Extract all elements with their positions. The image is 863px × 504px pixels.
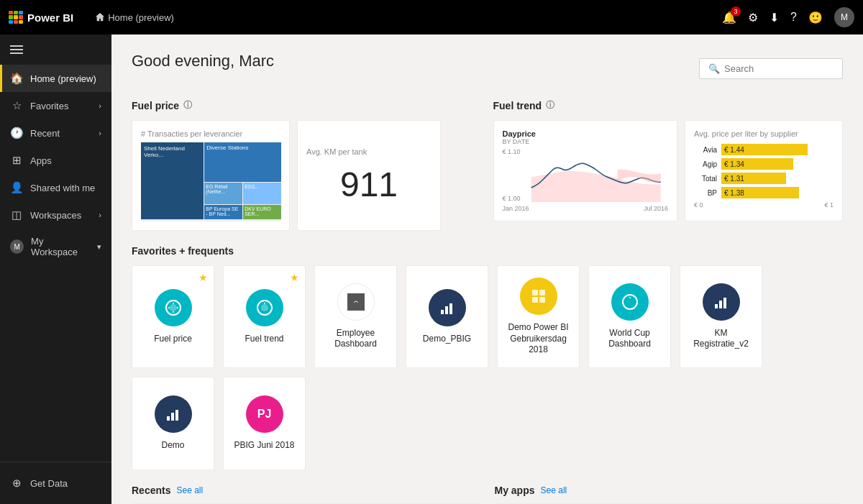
chart-label: # Transacties per leverancier [141, 129, 280, 138]
svg-rect-7 [532, 290, 538, 295]
line-chart-svg [524, 148, 668, 202]
apps-icon: ⊞ [10, 154, 23, 167]
fav-icon [246, 289, 283, 326]
get-data-icon: ⊕ [10, 477, 23, 490]
sidebar-item-apps[interactable]: ⊞ Apps [0, 147, 111, 174]
fav-label: Demo Power BI Gebruikersdag 2018 [506, 322, 570, 356]
feedback-button[interactable]: 🙂 [808, 11, 823, 24]
fav-icon [155, 395, 192, 433]
hbar-chart: Avia € 1.44 Agip € 1.34 Total € 1.31 [694, 144, 834, 198]
fav-label: Employee Dashboard [324, 328, 388, 350]
chevron-right-icon: › [99, 129, 101, 137]
fav-label: Fuel price [154, 334, 192, 345]
sidebar-item-myworkspace[interactable]: M My Workspace ▾ [0, 229, 111, 265]
fav-label: Fuel trend [245, 334, 283, 345]
recents-see-all[interactable]: See all [176, 485, 203, 495]
home-breadcrumb[interactable]: Home (preview) [95, 12, 174, 23]
svg-rect-16 [171, 413, 174, 421]
fav-label: World Cup Dashboard [598, 328, 662, 350]
workspace-icon: ◫ [10, 209, 23, 221]
clock-icon: 🕐 [10, 127, 23, 139]
chevron-right-icon: › [99, 211, 101, 219]
bar-chart-card: Avg. price per liter by supplier Avia € … [685, 120, 843, 221]
topbar: Power BI Home (preview) 🔔 3 ⚙ ⬇ ? 🙂 M [0, 0, 863, 35]
treemap-cell-3: EG Retail (Nethe... ESS... [204, 183, 281, 204]
person-icon: M [10, 239, 24, 254]
fav-card-demo[interactable]: Demo [132, 377, 214, 470]
fuel-price-title: Fuel price ⓘ [132, 99, 482, 111]
star-icon: ★ [198, 272, 208, 283]
search-input[interactable] [724, 63, 834, 74]
avatar[interactable]: M [834, 7, 854, 27]
download-button[interactable]: ⬇ [770, 11, 779, 24]
fuel-trend-section: Fuel trend ⓘ Dayprice BY DATE € 1.10 € 1… [493, 99, 844, 231]
star-icon: ★ [290, 272, 299, 283]
hbar-row-avia: Avia € 1.44 [694, 144, 834, 155]
help-button[interactable]: ? [790, 11, 797, 24]
svg-rect-8 [539, 290, 545, 295]
svg-rect-9 [532, 297, 538, 303]
home-icon [95, 12, 105, 22]
sidebar: 🏠 Home (preview) ☆ Favorites › 🕐 Recent … [0, 35, 111, 504]
treemap-cell-2: Diverse Stations [204, 142, 281, 182]
shared-icon: 👤 [10, 181, 23, 194]
fav-card-worldcup[interactable]: World Cup Dashboard [588, 265, 671, 368]
sidebar-item-home[interactable]: 🏠 Home (preview) [0, 65, 111, 92]
fav-card-demo-powerbi[interactable]: Demo Power BI Gebruikersdag 2018 [497, 265, 580, 368]
fav-label: KM Registratie_v2 [689, 328, 753, 350]
chevron-down-icon: ▾ [97, 242, 101, 252]
fav-card-employee[interactable]: Employee Dashboard [314, 265, 397, 368]
brand-name: Power BI [27, 12, 73, 24]
get-data-item[interactable]: ⊕ Get Data [0, 469, 111, 497]
avg-km-card: Avg. KM per tank 911 [297, 120, 441, 231]
y-axis: € 1.10 € 1.00 [503, 148, 521, 202]
hbar-axis: € 0 € 1 [694, 201, 834, 209]
fav-card-demo-pbig[interactable]: Demo_PBIG [406, 265, 488, 368]
home-icon: 🏠 [10, 72, 23, 85]
fav-card-km-reg[interactable]: KM Registratie_v2 [680, 265, 762, 368]
fav-icon [611, 283, 649, 321]
star-icon: ☆ [10, 99, 23, 112]
settings-button[interactable]: ⚙ [748, 11, 758, 24]
fav-card-pbig-juni[interactable]: PJ PBIG Juni 2018 [223, 377, 306, 470]
notifications-button[interactable]: 🔔 3 [722, 11, 736, 24]
sidebar-item-label: Get Data [30, 478, 68, 489]
avg-supplier-label: Avg. price per liter by supplier [694, 129, 834, 138]
my-apps-see-all[interactable]: See all [541, 485, 567, 495]
info-icon-trend[interactable]: ⓘ [546, 99, 554, 111]
fuel-price-section: Fuel price ⓘ # Transacties per leveranci… [132, 99, 482, 231]
svg-rect-13 [719, 301, 722, 308]
fav-card-fuel-trend[interactable]: ★ Fuel trend [223, 265, 306, 368]
sidebar-item-label: Favorites [30, 101, 68, 111]
svg-rect-14 [723, 298, 726, 308]
treemap-cell-4: BP Europa SE - BP Ned... DKV EURO SER... [204, 205, 281, 219]
chevron-right-icon: › [99, 101, 101, 110]
recents-title: Recents [132, 485, 170, 496]
fav-label: PBIG Juni 2018 [234, 440, 294, 452]
favorites-section: Favorites + frequents ★ Fuel price ★ [132, 245, 843, 470]
treemap-cell-1: Shell Nederland Verko... [141, 142, 204, 219]
sidebar-item-label: Workspaces [30, 210, 81, 221]
sidebar-item-recent[interactable]: 🕐 Recent › [0, 119, 111, 147]
my-apps-title: My apps [495, 485, 535, 496]
sidebar-item-shared[interactable]: 👤 Shared with me [0, 174, 111, 201]
get-data-button[interactable]: ⊕ Get Data [0, 462, 111, 504]
sidebar-item-label: Shared with me [30, 183, 95, 193]
favorites-grid: ★ Fuel price ★ Fuel trend [132, 265, 843, 470]
fav-card-fuel-price[interactable]: ★ Fuel price [132, 265, 214, 368]
fuel-trend-title: Fuel trend ⓘ [493, 99, 844, 111]
x-axis-labels: Jan 2016 Jul 2016 [503, 205, 669, 212]
sidebar-item-label: Apps [30, 155, 52, 166]
hamburger-button[interactable] [0, 35, 111, 65]
info-icon[interactable]: ⓘ [183, 99, 192, 111]
avg-km-value: 911 [340, 165, 398, 204]
notification-badge: 3 [731, 6, 741, 17]
treemap-card: # Transacties per leverancier Shell Nede… [132, 120, 290, 231]
svg-rect-10 [539, 297, 545, 303]
search-box[interactable]: 🔍 [699, 58, 843, 79]
app-logo: Power BI [9, 11, 73, 24]
hbar-row-agip: Agip € 1.34 [694, 158, 834, 170]
greeting-text: Good evening, Marc [132, 52, 274, 70]
sidebar-item-favorites[interactable]: ☆ Favorites › [0, 92, 111, 119]
sidebar-item-workspaces[interactable]: ◫ Workspaces › [0, 201, 111, 229]
